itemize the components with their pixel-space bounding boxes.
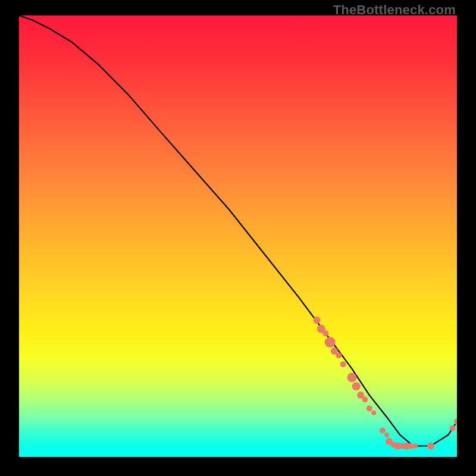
plot-area (19, 15, 457, 457)
data-point (322, 330, 328, 336)
data-point (450, 425, 456, 431)
data-point (347, 372, 356, 382)
data-point (362, 397, 368, 403)
data-point (371, 411, 376, 415)
data-point (367, 405, 372, 411)
data-point (380, 428, 386, 434)
marker-group (314, 317, 458, 450)
data-point (413, 444, 418, 449)
data-point (325, 337, 336, 347)
data-point (384, 433, 389, 437)
data-point (352, 382, 361, 390)
curve-line (19, 15, 457, 446)
chart-svg (19, 15, 457, 457)
data-point (314, 317, 321, 324)
data-point (454, 419, 457, 425)
data-point (336, 352, 342, 358)
data-point (427, 443, 434, 450)
data-point (340, 361, 346, 367)
chart-frame: TheBottleneck.com (0, 0, 476, 476)
